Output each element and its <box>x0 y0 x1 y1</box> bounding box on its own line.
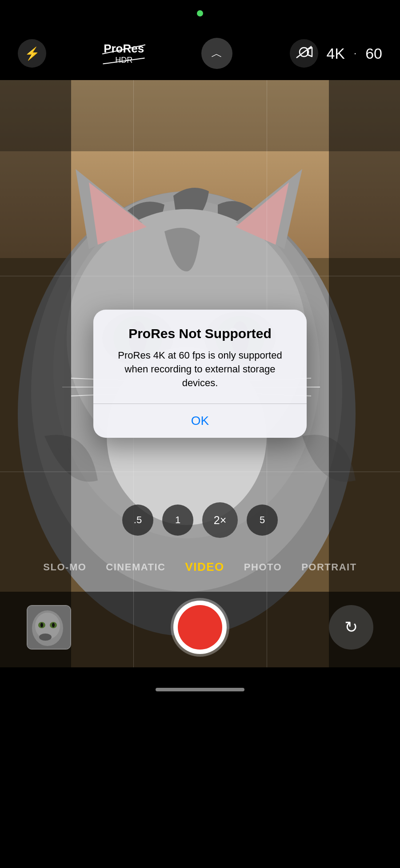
flash-icon: ⚡ <box>24 46 40 61</box>
quality-label: 4K <box>326 45 345 62</box>
bottom-bar <box>0 667 400 712</box>
camera-header: ⚡ ProRes HDR ︿ 4K · 60 <box>0 27 400 80</box>
action-cam-icon <box>295 45 313 62</box>
home-indicator[interactable] <box>156 688 244 691</box>
alert-ok-button[interactable]: OK <box>93 404 307 438</box>
alert-message: ProRes 4K at 60 fps is only supported wh… <box>109 349 291 403</box>
prores-sub-text: HDR <box>104 56 144 65</box>
action-camera-button[interactable] <box>290 39 318 68</box>
status-bar <box>0 0 400 27</box>
chevron-button[interactable]: ︿ <box>201 38 232 69</box>
alert-content: ProRes Not Supported ProRes 4K at 60 fps… <box>93 310 307 403</box>
alert-title: ProRes Not Supported <box>109 326 291 342</box>
alert-overlay: ProRes Not Supported ProRes 4K at 60 fps… <box>0 80 400 667</box>
viewfinder: ProRes Not Supported ProRes 4K at 60 fps… <box>0 80 400 667</box>
flash-button[interactable]: ⚡ <box>18 39 46 68</box>
header-right: 4K · 60 <box>290 39 382 68</box>
camera-active-dot <box>197 10 203 16</box>
prores-label: ProRes HDR <box>104 42 144 65</box>
fps-label: 60 <box>365 45 382 62</box>
prores-main-text: ProRes <box>104 42 144 56</box>
alert-buttons: OK <box>93 404 307 438</box>
alert-ok-label: OK <box>191 414 209 428</box>
alert-dialog: ProRes Not Supported ProRes 4K at 60 fps… <box>93 310 307 437</box>
separator: · <box>354 48 356 59</box>
chevron-up-icon: ︿ <box>211 48 223 59</box>
